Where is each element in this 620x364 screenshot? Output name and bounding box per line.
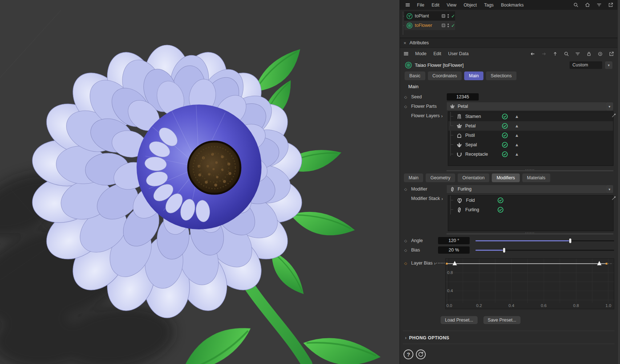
menu-edit[interactable]: Edit — [430, 2, 441, 8]
subtab-geometry[interactable]: Geometry — [426, 173, 455, 182]
key-diamond-icon[interactable] — [404, 187, 409, 191]
load-preset-button[interactable]: Load Preset... — [441, 316, 478, 324]
undock-icon[interactable] — [608, 50, 615, 57]
modifier-dropdown-icon[interactable] — [606, 185, 613, 193]
chevron-right-icon[interactable] — [433, 260, 435, 266]
history-back-icon[interactable] — [529, 50, 536, 57]
curve-marker-left[interactable] — [453, 261, 457, 265]
stack-row-fold[interactable]: Fold — [448, 196, 613, 205]
curve-marker-right[interactable] — [597, 261, 601, 265]
subtab-materials[interactable]: Materials — [522, 173, 550, 182]
enabled-check-icon[interactable] — [451, 13, 455, 19]
layer-row-sepal[interactable]: Sepal — [448, 140, 613, 150]
object-row-toplant[interactable]: toPlant — [404, 11, 455, 21]
subtab-orientation[interactable]: Orientation — [458, 173, 489, 182]
object-name[interactable]: toFlower — [415, 23, 432, 28]
layer-row-petal[interactable]: Petal — [448, 121, 613, 131]
panel-scrollbar[interactable] — [617, 0, 620, 364]
layer-square-icon[interactable] — [442, 24, 445, 27]
preset-select[interactable]: Custom — [570, 61, 602, 69]
chevron-right-icon[interactable] — [404, 334, 406, 341]
tab-selections[interactable]: Selections — [486, 71, 516, 80]
menu-file[interactable]: File — [416, 2, 425, 8]
viewport-3d[interactable] — [0, 0, 400, 364]
tab-coordinates[interactable]: Coordinates — [428, 71, 462, 80]
enabled-check-icon[interactable] — [502, 132, 508, 139]
lock-icon[interactable] — [585, 50, 592, 57]
layer-row-pistil[interactable]: Pistil — [448, 131, 613, 140]
enabled-check-icon[interactable] — [502, 113, 508, 120]
stack-row-furling[interactable]: Furling — [448, 205, 613, 214]
key-diamond-icon[interactable] — [404, 105, 409, 109]
enabled-check-icon[interactable] — [502, 142, 508, 148]
attr-menu-mode[interactable]: Mode — [414, 50, 427, 57]
subtab-main[interactable]: Main — [404, 173, 423, 182]
tab-basic[interactable]: Basic — [405, 71, 425, 80]
preset-buttons-row: Load Preset... Save Preset... — [441, 316, 520, 324]
search-icon[interactable] — [572, 2, 579, 8]
subtab-modifiers[interactable]: Modifiers — [492, 173, 520, 182]
pick-object-icon[interactable] — [611, 112, 617, 118]
flower-parts-dropdown[interactable]: Petal — [447, 102, 606, 110]
track-icon[interactable] — [597, 50, 603, 57]
pick-object-icon[interactable] — [611, 195, 617, 201]
curve-point-start[interactable] — [446, 263, 448, 265]
menu-tags[interactable]: Tags — [483, 2, 495, 8]
filter-icon[interactable] — [596, 2, 602, 8]
angle-input[interactable]: 120 ° — [438, 237, 470, 244]
phong-options-section[interactable]: PHONG OPTIONS — [404, 333, 614, 343]
key-diamond-icon[interactable] — [404, 261, 409, 265]
undock-icon[interactable] — [607, 2, 614, 8]
key-diamond-icon[interactable] — [404, 95, 409, 99]
plant-object-icon[interactable] — [406, 13, 413, 19]
chevron-right-icon[interactable] — [440, 113, 443, 119]
home-icon[interactable] — [584, 2, 591, 8]
search-icon[interactable] — [563, 50, 570, 57]
group-resize-handle[interactable] — [446, 169, 613, 172]
visibility-dots-icon[interactable] — [447, 14, 449, 18]
menu-bookmarks[interactable]: Bookmarks — [500, 2, 525, 8]
layer-bias-curve-editor[interactable]: 0.8 0.4 0.0 0.2 0.4 0.6 0.8 1.0 — [445, 258, 614, 309]
angle-slider[interactable] — [475, 238, 614, 243]
chevron-right-icon[interactable] — [440, 195, 443, 202]
menu-burger-icon[interactable] — [404, 2, 411, 8]
petal-icon — [456, 123, 462, 129]
preset-dropdown-icon[interactable] — [605, 61, 612, 69]
key-diamond-icon[interactable] — [404, 239, 409, 243]
stamen-icon — [456, 114, 462, 120]
object-row-toflower[interactable]: toFlower — [404, 21, 455, 30]
save-preset-button[interactable]: Save Preset... — [483, 316, 521, 324]
bias-input[interactable]: 20 % — [438, 246, 470, 254]
history-forward-icon[interactable] — [540, 50, 547, 57]
enabled-check-icon[interactable] — [451, 23, 455, 28]
flower-object-icon[interactable] — [406, 23, 413, 29]
layer-square-icon[interactable] — [442, 14, 445, 18]
tab-main[interactable]: Main — [464, 71, 483, 80]
filter-icon[interactable] — [574, 50, 581, 57]
reset-icon[interactable] — [416, 349, 426, 359]
modifier-label: Modifier — [409, 187, 447, 192]
menu-object[interactable]: Object — [463, 2, 478, 8]
enabled-check-icon[interactable] — [502, 151, 508, 158]
object-name[interactable]: toPlant — [415, 13, 429, 19]
modifier-dropdown[interactable]: Furling — [447, 185, 606, 193]
group-resize-handle[interactable] — [446, 232, 613, 235]
enabled-check-icon[interactable] — [497, 197, 504, 204]
bias-slider[interactable] — [475, 248, 614, 253]
enabled-check-icon[interactable] — [502, 123, 508, 129]
visibility-dots-icon[interactable] — [447, 24, 449, 27]
close-icon[interactable] — [404, 40, 406, 46]
enabled-check-icon[interactable] — [497, 206, 504, 213]
key-diamond-icon[interactable] — [404, 248, 409, 252]
layer-row-receptacle[interactable]: Receptacle — [448, 150, 613, 159]
flower-parts-dropdown-icon[interactable] — [606, 102, 613, 110]
attr-burger-icon[interactable] — [403, 50, 409, 57]
help-icon[interactable] — [404, 349, 413, 359]
layer-row-stamen[interactable]: Stamen — [448, 112, 613, 121]
seed-input[interactable]: 12345 — [447, 93, 479, 101]
parent-up-icon[interactable] — [552, 50, 558, 57]
attr-menu-edit[interactable]: Edit — [432, 50, 442, 57]
attr-menu-userdata[interactable]: User Data — [447, 50, 470, 57]
menu-view[interactable]: View — [446, 2, 458, 8]
curve-point-end[interactable] — [606, 263, 608, 265]
